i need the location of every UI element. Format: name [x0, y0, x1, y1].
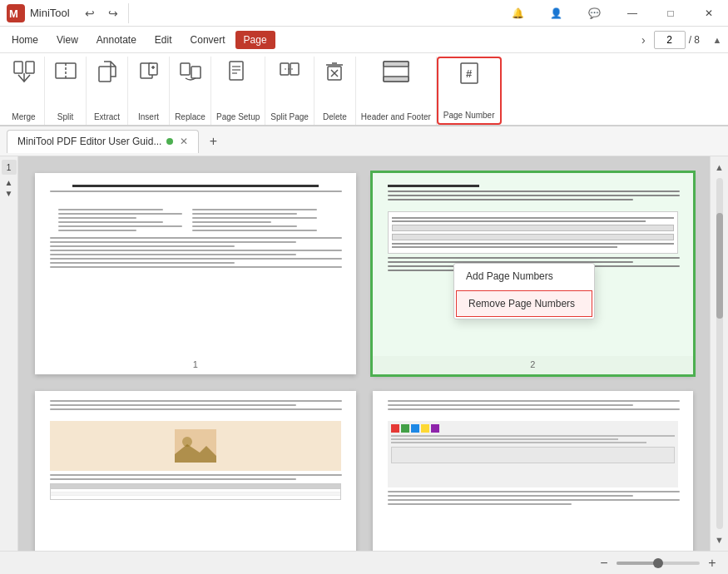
- app-logo: M: [7, 4, 25, 22]
- insert-icon: [137, 60, 161, 83]
- extract-icon: [96, 60, 119, 83]
- header-footer-label: Header and Footer: [361, 112, 431, 125]
- right-sidebar: ▲ ▼: [710, 156, 728, 551]
- tab-modified-dot: [166, 138, 173, 145]
- chat-icon-btn[interactable]: 💬: [575, 0, 613, 27]
- page-setup-label: Page Setup: [216, 112, 260, 125]
- app-name: MiniTool: [30, 7, 70, 19]
- split-page-icon: [278, 60, 301, 83]
- svg-rect-7: [99, 67, 111, 82]
- menu-page[interactable]: Page: [235, 31, 275, 49]
- page-card-3[interactable]: 3: [35, 391, 356, 551]
- tab-close-btn[interactable]: ✕: [180, 136, 188, 147]
- page-number-1: 1: [193, 356, 198, 374]
- merge-icon: [12, 60, 36, 83]
- zoom-slider[interactable]: [617, 562, 700, 565]
- sidebar-up-btn[interactable]: ▲: [5, 178, 13, 187]
- canvas-area: 1: [18, 156, 710, 551]
- split-icon: [54, 60, 77, 83]
- menu-home[interactable]: Home: [3, 31, 47, 49]
- zoom-slider-thumb[interactable]: [653, 558, 663, 568]
- ribbon-merge[interactable]: Merge: [3, 57, 45, 125]
- page-number-label: Page Number: [443, 111, 495, 123]
- page-inner-1: [35, 173, 356, 356]
- undo-button[interactable]: ↩: [80, 3, 100, 23]
- page-total-label: / 8: [689, 34, 700, 46]
- page-nav-up-btn[interactable]: ▲: [710, 32, 725, 47]
- ribbon-header-footer[interactable]: Header and Footer: [356, 57, 437, 125]
- page-setup-icon: [226, 60, 250, 83]
- page-number-2: 2: [530, 356, 535, 374]
- page-number-icon: #: [458, 62, 481, 85]
- svg-rect-13: [191, 67, 201, 78]
- ribbon-page-setup[interactable]: Page Setup: [211, 57, 265, 125]
- svg-rect-3: [26, 62, 34, 73]
- more-menu-btn[interactable]: ›: [636, 30, 651, 50]
- menu-annotate[interactable]: Annotate: [88, 31, 145, 49]
- zoom-controls: − +: [595, 554, 721, 572]
- delete-label: Delete: [323, 112, 347, 125]
- ribbon: Merge Split Extract Insert Replace Page …: [0, 53, 728, 126]
- zoom-in-btn[interactable]: +: [703, 554, 721, 572]
- add-page-numbers-item[interactable]: Add Page Numbers: [454, 264, 594, 289]
- redo-button[interactable]: ↪: [103, 3, 123, 23]
- main-tab[interactable]: MiniTool PDF Editor User Guid... ✕: [7, 130, 199, 153]
- page-number-input[interactable]: [654, 31, 686, 49]
- svg-rect-14: [230, 62, 243, 80]
- svg-rect-28: [384, 77, 409, 82]
- page-inner-4: [373, 391, 694, 551]
- ribbon-delete[interactable]: Delete: [314, 57, 356, 125]
- window-controls: 🔔 👤 💬 — □ ✕: [498, 0, 728, 27]
- left-sidebar: 1 ▲ ▼: [0, 156, 18, 551]
- ribbon-extract[interactable]: Extract: [87, 57, 128, 125]
- page-card-1[interactable]: 1: [35, 173, 356, 374]
- tabs-bar: MiniTool PDF Editor User Guid... ✕ +: [0, 126, 728, 156]
- ribbon-split-page[interactable]: Split Page: [265, 57, 314, 125]
- replace-icon: [179, 60, 202, 83]
- bottom-bar: − +: [0, 551, 728, 574]
- zoom-out-btn[interactable]: −: [595, 554, 613, 572]
- ribbon-split[interactable]: Split: [45, 57, 87, 125]
- replace-label: Replace: [175, 112, 206, 125]
- maximize-button[interactable]: □: [651, 0, 690, 27]
- minimize-button[interactable]: —: [613, 0, 651, 27]
- page-card-4[interactable]: 4: [373, 391, 694, 551]
- notification-icon-btn[interactable]: 🔔: [498, 0, 537, 27]
- undo-redo-group: ↩ ↪: [80, 3, 129, 23]
- scroll-down-btn[interactable]: ▼: [712, 532, 727, 547]
- merge-label: Merge: [12, 112, 35, 125]
- menu-convert[interactable]: Convert: [182, 31, 234, 49]
- page-number-dropdown: Add Page Numbers Remove Page Numbers: [453, 263, 595, 319]
- ribbon-insert[interactable]: Insert: [128, 57, 170, 125]
- svg-rect-2: [14, 62, 22, 73]
- close-button[interactable]: ✕: [690, 0, 728, 27]
- page-input-area: / 8: [654, 31, 706, 49]
- svg-text:#: #: [466, 67, 473, 80]
- scrollbar-thumb[interactable]: [716, 213, 723, 319]
- svg-text:M: M: [9, 7, 18, 20]
- split-label: Split: [57, 112, 73, 125]
- add-tab-button[interactable]: +: [202, 131, 224, 152]
- delete-icon: [323, 60, 346, 83]
- tab-label: MiniTool PDF Editor User Guid...: [17, 136, 161, 147]
- menu-right: › / 8 ▲: [636, 30, 725, 50]
- insert-label: Insert: [138, 112, 159, 125]
- sidebar-down-btn[interactable]: ▼: [5, 189, 13, 198]
- svg-rect-27: [384, 62, 409, 67]
- header-footer-icon: [382, 60, 410, 83]
- title-bar: M MiniTool ↩ ↪ 🔔 👤 💬 — □ ✕: [0, 0, 728, 27]
- svg-rect-12: [181, 63, 190, 75]
- scroll-up-btn[interactable]: ▲: [712, 160, 727, 175]
- zoom-slider-fill: [617, 562, 658, 565]
- remove-page-numbers-item[interactable]: Remove Page Numbers: [456, 290, 592, 317]
- menu-edit[interactable]: Edit: [146, 31, 181, 49]
- account-icon-btn[interactable]: 👤: [537, 0, 575, 27]
- menu-items: Home View Annotate Edit Convert Page: [3, 31, 275, 49]
- ribbon-page-number[interactable]: # Page Number: [437, 57, 502, 125]
- split-page-label: Split Page: [270, 112, 309, 125]
- menu-view[interactable]: View: [48, 31, 87, 49]
- ribbon-replace[interactable]: Replace: [170, 57, 211, 125]
- page-inner-3: [35, 391, 356, 551]
- main-wrapper: 1 ▲ ▼: [0, 156, 728, 551]
- extract-label: Extract: [94, 112, 120, 125]
